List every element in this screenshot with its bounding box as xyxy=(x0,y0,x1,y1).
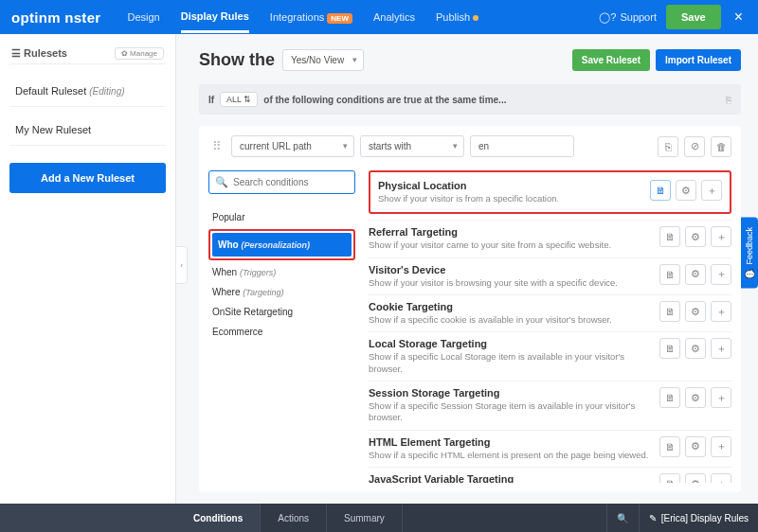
rulesets-sidebar: ☰ Rulesets ✿ Manage Default Ruleset (Edi… xyxy=(0,34,176,504)
rule-value-input[interactable]: en xyxy=(470,135,574,157)
ruleset-item-default[interactable]: Default Ruleset (Editing) xyxy=(9,76,166,107)
gear-icon[interactable]: ⚙ xyxy=(685,473,706,483)
add-ruleset-button[interactable]: Add a New Ruleset xyxy=(9,163,166,193)
manage-button[interactable]: ✿ Manage xyxy=(115,47,164,60)
support-link[interactable]: ◯?Support xyxy=(599,11,657,24)
condition-title: HTML Element Targeting xyxy=(369,436,652,448)
condition-item[interactable]: Cookie TargetingShow if a specific cooki… xyxy=(369,294,731,331)
gear-icon[interactable]: ⚙ xyxy=(685,301,706,322)
condition-categories: 🔍 Popular Who (Personalization) When (Tr… xyxy=(208,170,355,483)
category-onsite[interactable]: OnSite Retargeting xyxy=(208,302,355,322)
add-icon[interactable]: ＋ xyxy=(711,436,731,457)
add-icon[interactable]: ＋ xyxy=(711,226,731,247)
category-popular[interactable]: Popular xyxy=(208,207,355,227)
page-title: Show the xyxy=(199,50,275,70)
if-label: If xyxy=(208,95,214,105)
condition-item[interactable]: Session Storage TargetingShow if a speci… xyxy=(369,381,731,430)
pencil-icon: ✎ xyxy=(649,513,657,523)
main-content: Show the Yes/No View Save Ruleset Import… xyxy=(176,34,758,504)
close-icon[interactable]: × xyxy=(731,9,747,26)
condition-desc: Show if a specific cookie is available i… xyxy=(369,314,652,326)
duplicate-rule-icon[interactable]: ⎘ xyxy=(658,136,678,157)
bottom-tab-conditions[interactable]: Conditions xyxy=(176,504,261,532)
condition-item[interactable]: JavaScript Variable TargetingShow if a s… xyxy=(369,467,731,483)
tab-display-rules[interactable]: Display Rules xyxy=(181,10,249,33)
condition-desc: Show if your visitor came to your site f… xyxy=(369,239,652,251)
add-icon[interactable]: ＋ xyxy=(711,301,731,322)
bottom-tab-actions[interactable]: Actions xyxy=(261,504,327,532)
docs-icon[interactable]: 🗎 xyxy=(659,436,680,457)
feedback-tab[interactable]: 💬Feedback xyxy=(741,218,758,289)
category-ecommerce[interactable]: Ecommerce xyxy=(208,322,355,342)
gear-icon[interactable]: ⚙ xyxy=(685,226,706,247)
search-bottom-icon[interactable]: 🔍 xyxy=(606,504,639,532)
bottom-tab-summary[interactable]: Summary xyxy=(327,504,403,532)
condition-title: Local Storage Targeting xyxy=(369,338,652,349)
category-where[interactable]: Where (Targeting) xyxy=(208,282,355,302)
add-icon[interactable]: ＋ xyxy=(711,338,731,359)
search-input[interactable] xyxy=(233,177,353,187)
all-any-toggle[interactable]: ALL ⇅ xyxy=(220,92,258,107)
condition-desc: Show if a specific Session Storage item … xyxy=(369,400,652,424)
highlight-who: Who (Personalization) xyxy=(208,229,355,260)
condition-item[interactable]: HTML Element TargetingShow if a specific… xyxy=(369,430,731,467)
category-when[interactable]: When (Triggers) xyxy=(208,262,355,282)
gear-icon[interactable]: ⚙ xyxy=(685,264,706,285)
docs-icon[interactable]: 🗎 xyxy=(659,226,680,247)
search-conditions[interactable]: 🔍 xyxy=(208,170,355,194)
docs-icon[interactable]: 🗎 xyxy=(659,473,680,483)
add-icon[interactable]: ＋ xyxy=(711,387,731,408)
publish-dot-icon xyxy=(473,15,478,21)
add-icon[interactable]: ＋ xyxy=(711,473,731,483)
docs-icon[interactable]: 🗎 xyxy=(650,180,671,201)
docs-icon[interactable]: 🗎 xyxy=(659,264,680,285)
disable-rule-icon[interactable]: ⊘ xyxy=(684,136,705,157)
tab-design[interactable]: Design xyxy=(127,11,159,23)
add-icon[interactable]: ＋ xyxy=(701,180,722,201)
search-icon: 🔍 xyxy=(215,176,228,188)
condition-desc: Show if your visitor is browsing your si… xyxy=(369,277,652,289)
docs-icon[interactable]: 🗎 xyxy=(659,387,680,408)
top-tabs: Design Display Rules IntegrationsNEW Ana… xyxy=(127,10,599,24)
new-badge: NEW xyxy=(327,13,352,24)
condition-title: Visitor's Device xyxy=(369,264,652,275)
docs-icon[interactable]: 🗎 xyxy=(659,301,680,322)
import-ruleset-button[interactable]: Import Ruleset xyxy=(656,49,741,71)
gear-icon[interactable]: ⚙ xyxy=(676,180,696,201)
rule-op-select[interactable]: starts with xyxy=(360,135,464,157)
gear-icon[interactable]: ⚙ xyxy=(685,436,706,457)
gear-icon[interactable]: ⚙ xyxy=(685,387,706,408)
sidebar-title: ☰ Rulesets xyxy=(11,47,67,60)
save-ruleset-button[interactable]: Save Ruleset xyxy=(572,49,650,71)
help-icon: ◯? xyxy=(599,11,616,24)
condition-item[interactable]: Referral TargetingShow if your visitor c… xyxy=(369,220,731,257)
tab-integrations[interactable]: IntegrationsNEW xyxy=(270,11,352,23)
gear-icon[interactable]: ⚙ xyxy=(685,338,706,359)
if-text: of the following conditions are true at … xyxy=(263,95,506,105)
condition-desc: Show if a specific Local Storage item is… xyxy=(369,351,652,375)
save-button[interactable]: Save xyxy=(666,5,721,29)
add-icon[interactable]: ＋ xyxy=(711,264,731,285)
condition-title: JavaScript Variable Targeting xyxy=(369,473,652,483)
category-who[interactable]: Who (Personalization) xyxy=(212,233,352,257)
tab-analytics[interactable]: Analytics xyxy=(373,11,415,23)
bottom-info[interactable]: ✎[Erica] Display Rules xyxy=(639,504,758,532)
condition-item[interactable]: Physical LocationShow if your visitor is… xyxy=(369,170,731,214)
condition-desc: Show if your visitor is from a specific … xyxy=(378,193,642,204)
condition-title: Cookie Targeting xyxy=(369,301,652,312)
bottom-bar: Conditions Actions Summary 🔍 ✎[Erica] Di… xyxy=(0,504,758,532)
tab-publish[interactable]: Publish xyxy=(436,11,478,23)
copy-group-icon[interactable]: ⎘ xyxy=(726,95,731,105)
condition-title: Physical Location xyxy=(378,180,642,191)
view-select[interactable]: Yes/No View xyxy=(282,49,364,71)
delete-rule-icon[interactable]: 🗑 xyxy=(711,136,731,157)
docs-icon[interactable]: 🗎 xyxy=(659,338,680,359)
condition-group-bar: If ALL ⇅ of the following conditions are… xyxy=(199,84,741,115)
condition-item[interactable]: Visitor's DeviceShow if your visitor is … xyxy=(369,257,731,294)
drag-handle-icon[interactable]: ⠿ xyxy=(208,139,226,153)
rule-field-select[interactable]: current URL path xyxy=(231,135,354,157)
logo: optinm nster xyxy=(11,9,100,26)
condition-item[interactable]: Local Storage TargetingShow if a specifi… xyxy=(369,331,731,381)
ruleset-item-new[interactable]: My New Ruleset xyxy=(9,115,166,146)
rule-row: ⠿ current URL path starts with en ⎘ ⊘ 🗑 xyxy=(208,135,731,157)
